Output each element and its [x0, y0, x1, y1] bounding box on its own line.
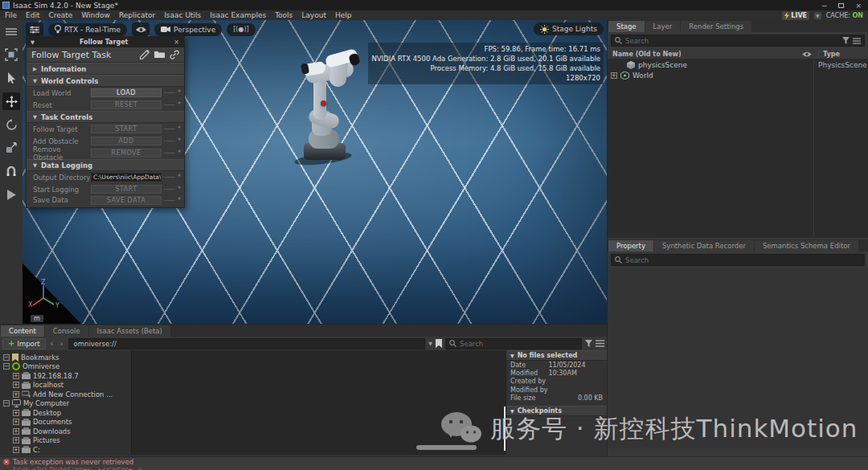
tab-content[interactable]: Content	[1, 325, 44, 337]
load-button[interactable]: LOAD	[91, 88, 162, 97]
camera-selector-button[interactable]: Perspective	[154, 23, 222, 36]
tab-layer[interactable]: Layer	[645, 21, 681, 32]
forward-button[interactable]: ›	[59, 339, 65, 348]
section-data-logging[interactable]: ▼ Data Logging	[27, 159, 184, 171]
scale-icon[interactable]	[2, 139, 20, 157]
rotate-icon[interactable]	[2, 116, 20, 133]
type-column-header[interactable]: Type	[818, 51, 868, 58]
capture-button[interactable]: [(●)]	[227, 23, 255, 36]
tab-stage[interactable]: Stage	[608, 21, 645, 32]
close-button[interactable]: ×	[855, 2, 862, 10]
tab-semantics-schema-editor[interactable]: Semantics Schema Editor	[755, 240, 858, 251]
filter-icon[interactable]	[842, 37, 850, 44]
menu-layout[interactable]: Layout	[301, 11, 326, 19]
section-information[interactable]: ▶ Information	[27, 63, 184, 75]
svg-text:Z: Z	[41, 279, 46, 286]
menu-file[interactable]: File	[5, 11, 17, 19]
panel-close-icon[interactable]: ×	[169, 39, 184, 46]
cursor-icon[interactable]	[2, 69, 20, 87]
row-reset: Reset RESET *	[27, 99, 184, 111]
view-options-icon[interactable]	[596, 340, 604, 347]
tree-item-pictures[interactable]: + Pictures	[0, 436, 131, 446]
move-icon[interactable]	[2, 92, 20, 110]
menu-tools[interactable]: Tools	[275, 11, 293, 19]
live-button[interactable]: LIVE	[782, 11, 809, 20]
horizontal-scrollbar[interactable]	[416, 445, 477, 450]
section-task-controls[interactable]: ▼ Task Controls	[27, 111, 184, 123]
follow-target-panel-titlebar[interactable]: ▼ Follow Target ×	[27, 37, 184, 47]
menu-window[interactable]: Window	[81, 11, 110, 19]
visibility-column-eye-icon[interactable]	[802, 51, 812, 57]
start-logging-button[interactable]: START	[91, 185, 162, 194]
menu-create[interactable]: Create	[49, 11, 73, 19]
row-load-world: Load World LOAD *	[27, 87, 184, 99]
tab-isaac-assets[interactable]: Isaac Assets (Beta)	[89, 325, 170, 337]
stage-lights-button[interactable]: Stage Lights	[534, 22, 604, 35]
remove-obstacle-button[interactable]: REMOVE	[91, 149, 162, 157]
unit-label: m	[31, 315, 43, 322]
select-box-icon[interactable]	[2, 46, 20, 63]
viewport-settings-icon[interactable]	[26, 22, 43, 36]
stage-search-input[interactable]: Search	[611, 35, 865, 47]
open-folder-icon[interactable]	[154, 50, 165, 59]
filter-icon[interactable]	[585, 340, 592, 347]
tab-render-settings[interactable]: Render Settings	[681, 21, 751, 32]
menu-isaac-utils[interactable]: Isaac Utils	[164, 11, 201, 19]
add-obstacle-button[interactable]: ADD	[91, 137, 162, 145]
tab-console[interactable]: Console	[45, 325, 88, 337]
tree-item-documents[interactable]: + Documents	[0, 418, 131, 427]
link-icon[interactable]	[170, 50, 179, 59]
edit-icon[interactable]	[140, 50, 149, 59]
menu-isaac-examples[interactable]: Isaac Examples	[210, 11, 266, 19]
breadcrumb[interactable]: omniverse://	[68, 338, 425, 349]
render-mode-button[interactable]: RTX - Real-Time	[48, 23, 127, 36]
file-grid-area[interactable]	[131, 350, 506, 455]
section-world-controls[interactable]: ▼ World Controls	[27, 75, 184, 87]
scrollbar-thumb[interactable]	[504, 407, 506, 451]
menu-replicator[interactable]: Replicator	[119, 11, 155, 19]
tree-item-localhost[interactable]: + localhost	[0, 381, 131, 390]
property-search-input[interactable]: Search	[611, 254, 865, 266]
svg-text:Y: Y	[55, 302, 59, 309]
tree-item-bookmarks[interactable]: − Bookmarks	[0, 353, 131, 362]
menu-help[interactable]: Help	[335, 11, 352, 19]
tab-property[interactable]: Property	[608, 240, 653, 251]
tree-item-my-computer[interactable]: − My Computer	[0, 399, 131, 409]
back-button[interactable]: ‹	[49, 339, 55, 348]
error-message[interactable]: Task exception was never retrieved	[13, 458, 133, 466]
output-directory-field[interactable]: C:\Users\niic\AppData\Lo	[91, 173, 162, 182]
viewport[interactable]: RTX - Real-Time Perspective [(●)] Stage …	[23, 20, 607, 324]
live-dropdown[interactable]: ▼	[814, 12, 821, 19]
tree-item-omniverse[interactable]: − Omniverse	[0, 362, 131, 372]
tree-item-desktop[interactable]: + Desktop	[0, 408, 131, 418]
checkpoints-header[interactable]: ▼ Checkpoints	[506, 406, 607, 416]
tree-item-add-connection[interactable]: + Add New Connection ...	[0, 390, 131, 399]
visibility-eye-icon[interactable]	[132, 22, 149, 36]
minimize-button[interactable]: −	[821, 2, 828, 10]
tree-item-c-drive[interactable]: + C:	[0, 445, 131, 455]
start-follow-button[interactable]: START	[91, 125, 162, 133]
panel-collapse-caret[interactable]: ▼	[27, 39, 39, 46]
options-menu-icon[interactable]	[853, 38, 861, 44]
menu-edit[interactable]: Edit	[26, 11, 39, 19]
menu-icon[interactable]	[2, 22, 20, 40]
bookmark-icon[interactable]	[436, 339, 442, 348]
path-dropdown-caret[interactable]: ▼	[428, 341, 432, 347]
snap-icon[interactable]	[2, 162, 20, 180]
maximize-button[interactable]	[838, 3, 844, 8]
content-search-input[interactable]: Search	[445, 338, 582, 349]
play-icon[interactable]	[2, 186, 20, 203]
camera-icon	[161, 26, 170, 33]
reset-button[interactable]: RESET	[91, 100, 162, 109]
tree-item-server-1[interactable]: + 192.168.18.7	[0, 371, 131, 381]
file-size-value: 0.00 KB	[578, 394, 603, 403]
axis-gizmo: Z X Y	[27, 279, 63, 311]
name-column-header[interactable]: Name (Old to New)	[608, 51, 802, 58]
no-files-selected-header[interactable]: ▼ No files selected	[506, 350, 607, 361]
tab-synthetic-data-recorder[interactable]: Synthetic Data Recorder	[654, 240, 754, 251]
expand-world-icon[interactable]: +	[611, 72, 617, 79]
modified-by-row: Modified by	[506, 386, 607, 394]
save-data-button[interactable]: SAVE DATA	[91, 196, 162, 205]
import-button[interactable]: + Import	[2, 338, 46, 349]
tree-item-downloads[interactable]: + Downloads	[0, 427, 131, 436]
